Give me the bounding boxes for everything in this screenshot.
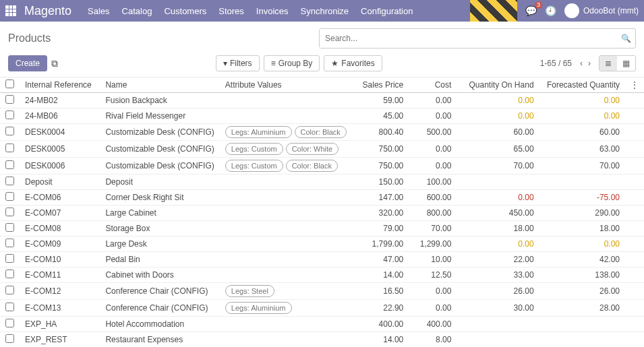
menu-stores[interactable]: Stores (218, 6, 244, 16)
table-scroll[interactable]: Internal Reference Name Attribute Values… (0, 77, 644, 347)
cell-name: Pedal Bin (100, 252, 219, 267)
menu-sales[interactable]: Sales (88, 6, 110, 16)
view-list-icon[interactable]: ≣ (599, 56, 617, 71)
table-row[interactable]: 24-MB02Fusion Backpack59.000.000.000.00 (0, 93, 644, 108)
cell-cost: 0.00 (409, 141, 457, 158)
row-checkbox[interactable] (5, 223, 14, 232)
cell-qty: 0.00 (457, 93, 539, 108)
menu-configuration[interactable]: Configuration (361, 6, 413, 16)
menu-catalog[interactable]: Catalog (122, 6, 152, 16)
cell-ref: E-COM06 (20, 190, 100, 206)
col-cost[interactable]: Cost (409, 77, 457, 93)
col-qty[interactable]: Quantity On Hand (457, 77, 539, 93)
import-icon[interactable]: ⧉ (51, 58, 58, 69)
table-row[interactable]: E-COM08Storage Box79.0070.0018.0018.00 (0, 221, 644, 236)
cell-ref: DESK0004 (20, 124, 100, 141)
menu-invoices[interactable]: Invoices (256, 6, 289, 16)
search-box[interactable]: 🔍 (319, 28, 636, 49)
cell-attr (220, 175, 355, 190)
row-checkbox[interactable] (5, 254, 14, 263)
cell-cost: 0.00 (409, 108, 457, 124)
apps-icon[interactable] (5, 5, 16, 16)
cell-cost: 8.00 (409, 332, 457, 348)
attribute-tag: Legs: Aluminium (225, 302, 292, 314)
menu-synchronize[interactable]: Synchronize (301, 6, 349, 16)
table-row[interactable]: E-COM13Conference Chair (CONFIG)Legs: Al… (0, 300, 644, 317)
table-row[interactable]: DESK0005Customizable Desk (CONFIG)Legs: … (0, 141, 644, 158)
cell-ref: EXP_HA (20, 317, 100, 332)
row-checkbox[interactable] (5, 239, 14, 247)
user-menu[interactable]: OdooBot (mmt) (564, 3, 639, 18)
col-options-icon[interactable]: ⋮ (625, 77, 644, 93)
col-ref[interactable]: Internal Reference (20, 77, 100, 93)
table-row[interactable]: E-COM07Large Cabinet320.00800.00450.0029… (0, 206, 644, 221)
col-name[interactable]: Name (100, 77, 219, 93)
cell-attr: Legs: Steel (220, 283, 355, 300)
create-button[interactable]: Create (8, 55, 47, 71)
cell-sales: 800.40 (355, 124, 409, 141)
cell-cost: 0.00 (409, 300, 457, 317)
table-row[interactable]: EXP_HAHotel Accommodation400.00400.00 (0, 317, 644, 332)
row-checkbox[interactable] (5, 270, 14, 278)
select-all-checkbox[interactable] (5, 80, 14, 88)
pager-prev-icon[interactable]: ‹ (577, 59, 585, 68)
cell-ref: Deposit (20, 175, 100, 190)
col-attr[interactable]: Attribute Values (220, 77, 355, 93)
table-row[interactable]: DepositDeposit150.00100.00 (0, 175, 644, 190)
row-checkbox[interactable] (5, 144, 14, 152)
filters-button[interactable]: ▾Filters (216, 55, 260, 71)
table-row[interactable]: DESK0004Customizable Desk (CONFIG)Legs: … (0, 124, 644, 141)
row-checkbox[interactable] (5, 334, 14, 343)
toolbar: Create ⧉ ▾Filters ≡Group By ★Favorites 1… (0, 53, 644, 77)
menu-customers[interactable]: Customers (164, 6, 206, 16)
cell-cost: 70.00 (409, 221, 457, 236)
table-row[interactable]: E-COM10Pedal Bin47.0010.0022.0042.00 (0, 252, 644, 267)
col-sales[interactable]: Sales Price (355, 77, 409, 93)
pager-next-icon[interactable]: › (585, 59, 593, 68)
col-fore[interactable]: Forecasted Quantity (539, 77, 625, 93)
cell-sales: 400.00 (355, 317, 409, 332)
hazard-stripe (470, 0, 517, 22)
cell-sales: 22.90 (355, 300, 409, 317)
table-row[interactable]: DESK0006Customizable Desk (CONFIG)Legs: … (0, 158, 644, 175)
table-row[interactable]: E-COM11Cabinet with Doors14.0012.5033.00… (0, 267, 644, 283)
cell-name: Conference Chair (CONFIG) (100, 300, 219, 317)
cell-attr (220, 108, 355, 124)
table-row[interactable]: 24-MB06Rival Field Messenger45.000.000.0… (0, 108, 644, 124)
cell-ref: EXP_REST (20, 332, 100, 348)
row-checkbox[interactable] (5, 286, 14, 294)
page-title: Products (8, 32, 51, 44)
cell-name: Storage Box (100, 221, 219, 236)
row-checkbox[interactable] (5, 160, 14, 169)
cell-qty: 70.00 (457, 158, 539, 175)
row-checkbox[interactable] (5, 208, 14, 216)
search-icon[interactable]: 🔍 (616, 29, 635, 48)
table-row[interactable]: E-COM06Corner Desk Right Sit147.00600.00… (0, 190, 644, 206)
table-row[interactable]: EXP_RESTRestaurant Expenses14.008.00 (0, 332, 644, 348)
row-checkbox[interactable] (5, 95, 14, 104)
table-row[interactable]: E-COM09Large Desk1,799.001,299.000.000.0… (0, 236, 644, 252)
activities-icon[interactable]: 🕘 (545, 5, 556, 16)
cell-qty (457, 175, 539, 190)
row-checkbox[interactable] (5, 127, 14, 135)
cell-cost: 1,299.00 (409, 236, 457, 252)
cell-sales: 147.00 (355, 190, 409, 206)
cell-sales: 750.00 (355, 158, 409, 175)
row-checkbox[interactable] (5, 319, 14, 327)
attribute-tag: Legs: Custom (225, 160, 283, 172)
row-checkbox[interactable] (5, 111, 14, 119)
cell-fore: 290.00 (539, 206, 625, 221)
cell-qty: 22.00 (457, 252, 539, 267)
messages-icon[interactable]: 💬3 (525, 5, 537, 16)
row-checkbox[interactable] (5, 177, 14, 185)
favorites-button[interactable]: ★Favorites (324, 55, 382, 71)
search-input[interactable] (320, 29, 616, 48)
row-checkbox[interactable] (5, 192, 14, 201)
cell-attr (220, 332, 355, 348)
cell-ref: DESK0005 (20, 141, 100, 158)
groupby-button[interactable]: ≡Group By (264, 55, 320, 71)
table-row[interactable]: E-COM12Conference Chair (CONFIG)Legs: St… (0, 283, 644, 300)
main-menu: SalesCatalogCustomersStoresInvoicesSynch… (88, 6, 413, 16)
view-kanban-icon[interactable]: ▦ (617, 56, 635, 71)
row-checkbox[interactable] (5, 303, 14, 311)
